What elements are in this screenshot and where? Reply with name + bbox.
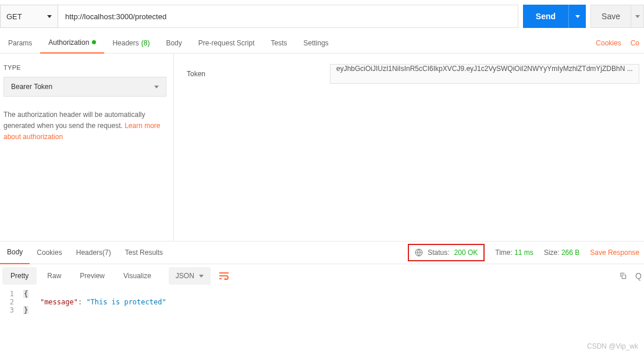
auth-description: The authorization header will be automat… [3,109,166,143]
auth-left: TYPE Bearer Token The authorization head… [0,54,174,241]
send-dropdown[interactable] [568,5,586,28]
line-number: 2 [0,298,23,306]
watermark: CSDN @Vip_wk [587,342,638,350]
tab-headers-count: (8) [141,39,150,47]
auth-type-select[interactable]: Bearer Token [3,77,166,97]
http-method-select[interactable]: GET [0,5,58,28]
auth-type-value: Bearer Token [11,83,52,91]
status-label: Status: [428,248,449,257]
chevron-down-icon [199,275,204,278]
code-line: 2 "message": "This is protected" [0,298,644,306]
body-toolbar-right: Q [619,271,642,281]
view-raw[interactable]: Raw [39,267,69,285]
save-response-link[interactable]: Save Response [590,248,639,257]
tab-headers[interactable]: Headers (8) [104,33,158,54]
json-value: "This is protected" [86,298,166,306]
body-toolbar: Pretty Raw Preview Visualize JSON Q [0,264,644,287]
chevron-down-icon [575,15,580,18]
auth-desc-text: The authorization header will be automat… [3,111,145,130]
tab-params[interactable]: Params [0,33,40,54]
auth-panel: TYPE Bearer Token The authorization head… [0,54,644,241]
request-bar: GET Send Save [0,0,644,33]
tab-authorization[interactable]: Authorization [40,33,104,54]
time-label: Time: [495,248,513,257]
format-select[interactable]: JSON [169,267,211,285]
url-input[interactable] [58,5,518,28]
line-number: 3 [0,306,23,314]
response-body-code: 1 { 2 "message": "This is protected" 3 } [0,287,644,317]
svg-rect-1 [622,275,625,278]
brace-open: { [23,290,29,298]
tab-body[interactable]: Body [158,33,190,54]
request-tabs: Params Authorization Headers (8) Body Pr… [0,33,644,54]
response-tabs: Body Cookies Headers (7) Test Results St… [0,241,644,264]
save-button-label: Save [591,5,631,28]
status-highlight-box: Status: 200 OK [408,244,485,261]
copy-icon[interactable] [619,272,627,280]
tab-tests[interactable]: Tests [262,33,295,54]
search-icon[interactable]: Q [635,271,642,281]
send-button-label: Send [523,5,568,28]
wrap-lines-icon[interactable] [219,272,229,280]
tab-settings[interactable]: Settings [296,33,337,54]
response-tab-test-results[interactable]: Test Results [118,241,170,264]
cookies-link[interactable]: Cookies [596,39,621,47]
send-button[interactable]: Send [523,5,586,28]
tabs-right: Cookies Co [596,39,644,47]
chevron-down-icon [635,15,640,18]
tab-headers-label: Headers [112,39,138,47]
time-value: 11 ms [514,248,533,257]
response-status-area: Status: 200 OK Time: 11 ms Size: 266 B S… [408,244,644,261]
chevron-down-icon [47,15,52,18]
code-line: 3 } [0,306,644,314]
line-number: 1 [0,290,23,298]
auth-right: Token eyJhbGciOiJIUzI1NiIsInR5cCI6IkpXVC… [174,54,644,241]
json-key: "message" [40,298,78,306]
view-preview[interactable]: Preview [72,267,113,285]
response-tab-cookies[interactable]: Cookies [30,241,69,264]
token-row: Token eyJhbGciOiJIUzI1NiIsInR5cCI6IkpXVC… [187,64,639,84]
response-tab-body[interactable]: Body [0,241,30,264]
token-input[interactable]: eyJhbGciOiJIUzI1NiIsInR5cCI6IkpXVCJ9.eyJ… [330,64,639,84]
active-dot-icon [92,40,96,44]
globe-icon [415,248,423,257]
response-tab-headers-label: Headers [76,248,102,257]
status-value: 200 OK [454,248,478,257]
brace-close: } [23,306,29,314]
view-visualize[interactable]: Visualize [115,267,159,285]
code-line: 1 { [0,290,644,298]
auth-type-label: TYPE [3,64,166,71]
http-method-value: GET [6,12,22,21]
tab-pre-request[interactable]: Pre-request Script [190,33,263,54]
response-tab-headers[interactable]: Headers (7) [69,241,118,264]
code-link[interactable]: Co [631,39,639,47]
save-dropdown[interactable] [631,5,643,28]
size-value: 266 B [561,248,579,257]
view-pretty[interactable]: Pretty [2,267,37,285]
size-stat: Size: 266 B [544,248,579,257]
time-stat: Time: 11 ms [495,248,533,257]
size-label: Size: [544,248,560,257]
format-select-value: JSON [176,272,194,280]
save-button[interactable]: Save [590,5,644,28]
token-label: Token [187,70,330,78]
response-tab-headers-count: (7) [102,248,111,257]
tab-authorization-label: Authorization [48,38,89,47]
chevron-down-icon [154,86,159,88]
